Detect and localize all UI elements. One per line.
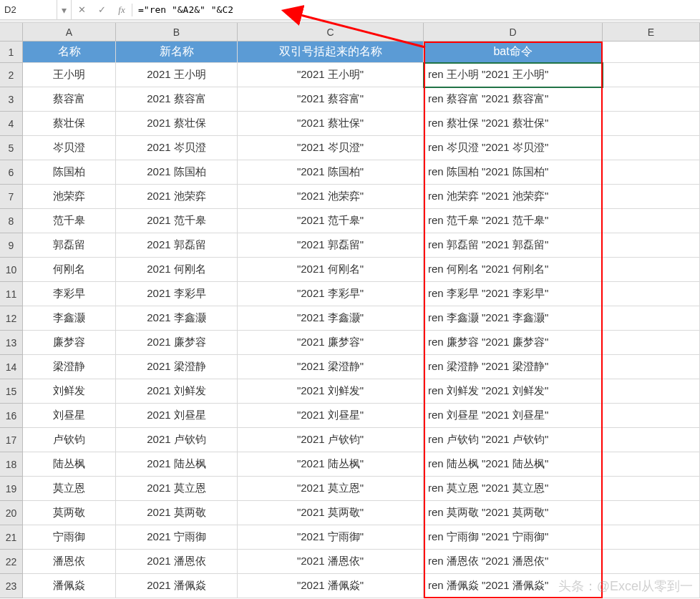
row-header[interactable]: 3 [0, 87, 23, 112]
cell-batcmd[interactable]: ren 莫两敬 "2021 莫两敬" [424, 501, 603, 525]
cell-empty[interactable] [603, 404, 700, 428]
cell-name[interactable]: 李鑫灏 [23, 306, 116, 331]
header-cell-batcmd[interactable]: bat命令 [424, 42, 603, 63]
row-header[interactable]: 4 [0, 112, 23, 136]
cell-empty[interactable] [603, 501, 700, 525]
cell-empty[interactable] [603, 550, 700, 574]
row-header[interactable]: 5 [0, 136, 23, 160]
cell-empty[interactable] [603, 306, 700, 331]
cell-quotedname[interactable]: "2021 郭磊留" [238, 233, 424, 258]
cell-newname[interactable]: 2021 潘佩焱 [116, 574, 238, 598]
cell-newname[interactable]: 2021 池荣弈 [116, 185, 238, 209]
cell-name[interactable]: 郭磊留 [23, 233, 116, 258]
cell-newname[interactable]: 2021 范千皋 [116, 209, 238, 233]
cell-name[interactable]: 刘昼星 [23, 404, 116, 428]
row-header[interactable]: 15 [0, 379, 23, 404]
cell-batcmd[interactable]: ren 蔡容富 "2021 蔡容富" [424, 87, 603, 112]
cell-batcmd[interactable]: ren 莫立恩 "2021 莫立恩" [424, 477, 603, 501]
fx-icon[interactable]: fx [112, 0, 132, 19]
cell-empty[interactable] [603, 452, 700, 477]
name-box-dropdown-icon[interactable]: ▾ [57, 0, 72, 19]
cell-batcmd[interactable]: ren 刘昼星 "2021 刘昼星" [424, 404, 603, 428]
cell-newname[interactable]: 2021 李彩早 [116, 282, 238, 306]
row-header[interactable]: 19 [0, 477, 23, 501]
enter-icon[interactable]: ✓ [92, 0, 112, 19]
cell-name[interactable]: 廉梦容 [23, 331, 116, 355]
cell-quotedname[interactable]: "2021 卢钦钧" [238, 428, 424, 452]
cell-name[interactable]: 莫两敬 [23, 501, 116, 525]
cell-name[interactable]: 岑贝澄 [23, 136, 116, 160]
cell-quotedname[interactable]: "2021 刘鲜发" [238, 379, 424, 404]
row-header[interactable]: 18 [0, 452, 23, 477]
cell-name[interactable]: 卢钦钧 [23, 428, 116, 452]
header-cell-name[interactable]: 名称 [23, 42, 116, 63]
cell-quotedname[interactable]: "2021 范千皋" [238, 209, 424, 233]
cell-empty[interactable] [603, 112, 700, 136]
cell-newname[interactable]: 2021 何刚名 [116, 258, 238, 282]
cell-quotedname[interactable]: "2021 莫两敬" [238, 501, 424, 525]
col-header-C[interactable]: C [238, 23, 424, 42]
cell-name[interactable]: 何刚名 [23, 258, 116, 282]
cell-newname[interactable]: 2021 廉梦容 [116, 331, 238, 355]
row-header[interactable]: 23 [0, 574, 23, 598]
col-header-A[interactable]: A [23, 23, 116, 42]
row-header[interactable]: 6 [0, 160, 23, 185]
cell-empty[interactable] [603, 282, 700, 306]
cell-newname[interactable]: 2021 刘昼星 [116, 404, 238, 428]
cell-quotedname[interactable]: "2021 池荣弈" [238, 185, 424, 209]
cell-empty[interactable] [603, 477, 700, 501]
cell-quotedname[interactable]: "2021 蔡壮保" [238, 112, 424, 136]
cell-batcmd[interactable]: ren 蔡壮保 "2021 蔡壮保" [424, 112, 603, 136]
cell-quotedname[interactable]: "2021 李彩早" [238, 282, 424, 306]
cell-newname[interactable]: 2021 潘恩依 [116, 550, 238, 574]
cell-name[interactable]: 池荣弈 [23, 185, 116, 209]
col-header-D[interactable]: D [424, 23, 603, 42]
cell-quotedname[interactable]: "2021 莫立恩" [238, 477, 424, 501]
cell-newname[interactable]: 2021 郭磊留 [116, 233, 238, 258]
header-cell-quotedname[interactable]: 双引号括起来的名称 [238, 42, 424, 63]
cell-batcmd[interactable]: ren 李彩早 "2021 李彩早" [424, 282, 603, 306]
row-header[interactable]: 22 [0, 550, 23, 574]
col-header-B[interactable]: B [116, 23, 238, 42]
cell-batcmd[interactable]: ren 陈国柏 "2021 陈国柏" [424, 160, 603, 185]
cell-name[interactable]: 范千皋 [23, 209, 116, 233]
row-header[interactable]: 20 [0, 501, 23, 525]
cell-name[interactable]: 李彩早 [23, 282, 116, 306]
cell-batcmd[interactable]: ren 宁雨御 "2021 宁雨御" [424, 525, 603, 550]
cell-empty[interactable] [603, 233, 700, 258]
cell-name[interactable]: 陈国柏 [23, 160, 116, 185]
row-header[interactable]: 1 [0, 42, 23, 63]
cell-batcmd[interactable]: ren 池荣弈 "2021 池荣弈" [424, 185, 603, 209]
cell-newname[interactable]: 2021 陆丛枫 [116, 452, 238, 477]
cell-empty[interactable] [603, 87, 700, 112]
cell-batcmd[interactable]: ren 范千皋 "2021 范千皋" [424, 209, 603, 233]
cell-batcmd[interactable]: ren 陆丛枫 "2021 陆丛枫" [424, 452, 603, 477]
cell-newname[interactable]: 2021 蔡容富 [116, 87, 238, 112]
name-box[interactable]: D2 [0, 0, 57, 19]
cell-quotedname[interactable]: "2021 潘佩焱" [238, 574, 424, 598]
cell-newname[interactable]: 2021 莫立恩 [116, 477, 238, 501]
cell-newname[interactable]: 2021 李鑫灏 [116, 306, 238, 331]
cell-empty[interactable] [603, 160, 700, 185]
cell-empty[interactable] [603, 331, 700, 355]
cell-batcmd[interactable]: ren 何刚名 "2021 何刚名" [424, 258, 603, 282]
cell-name[interactable]: 潘佩焱 [23, 574, 116, 598]
col-header-E[interactable]: E [603, 23, 700, 42]
cell-newname[interactable]: 2021 岑贝澄 [116, 136, 238, 160]
cell-name[interactable]: 刘鲜发 [23, 379, 116, 404]
row-header[interactable]: 8 [0, 209, 23, 233]
cell-name[interactable]: 宁雨御 [23, 525, 116, 550]
row-header[interactable]: 2 [0, 63, 23, 87]
header-cell-empty[interactable] [603, 42, 700, 63]
select-all-corner[interactable] [0, 23, 23, 42]
cell-quotedname[interactable]: "2021 陆丛枫" [238, 452, 424, 477]
cell-empty[interactable] [603, 379, 700, 404]
cell-batcmd[interactable]: ren 刘鲜发 "2021 刘鲜发" [424, 379, 603, 404]
cell-newname[interactable]: 2021 莫两敬 [116, 501, 238, 525]
cell-batcmd[interactable]: ren 卢钦钧 "2021 卢钦钧" [424, 428, 603, 452]
cell-batcmd[interactable]: ren 王小明 "2021 王小明" [424, 63, 603, 87]
cell-newname[interactable]: 2021 宁雨御 [116, 525, 238, 550]
cell-batcmd[interactable]: ren 李鑫灏 "2021 李鑫灏" [424, 306, 603, 331]
cell-batcmd[interactable]: ren 潘佩焱 "2021 潘佩焱" [424, 574, 603, 598]
cell-quotedname[interactable]: "2021 李鑫灏" [238, 306, 424, 331]
